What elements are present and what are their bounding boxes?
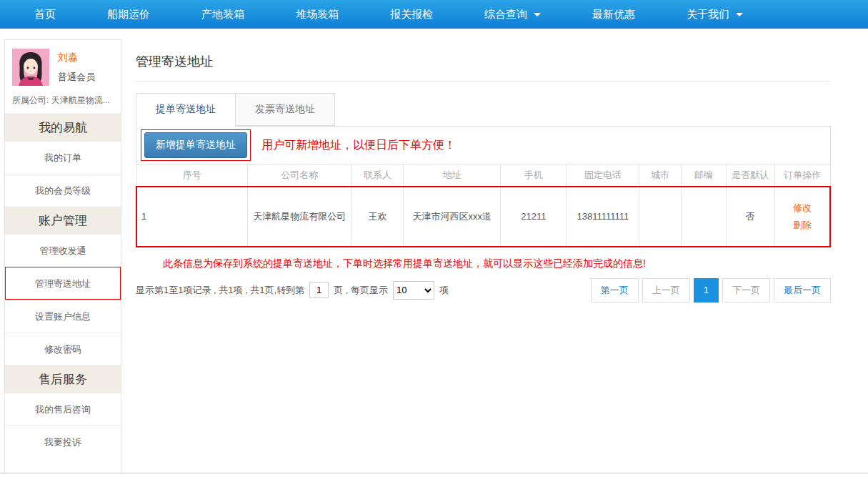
sidebar-item-after-sales-consult[interactable]: 我的售后咨询: [5, 393, 121, 426]
col-header-city: 城市: [639, 164, 681, 187]
sidebar: 刘淼 普通会员 所属公司: 天津航星物流... 我的易航 我的订单 我的会员等级…: [4, 39, 121, 473]
nav-item-label: 产地装箱: [201, 8, 244, 21]
pagination-info: 显示第1至1项记录 , 共1项 , 共1页,转到第 页 , 每页显示 10 项: [136, 281, 449, 300]
next-page-button[interactable]: 下一页: [722, 278, 770, 303]
edit-link[interactable]: 修改: [775, 200, 829, 217]
nav-item-label: 关于我们: [687, 8, 729, 21]
tab-bl-mailing-address[interactable]: 提单寄送地址: [136, 93, 236, 127]
col-header-address: 地址: [404, 164, 501, 187]
top-nav: 首页 船期运价 产地装箱 堆场装箱 报关报检 综合查询 最新优惠 关于我们: [0, 0, 868, 29]
table-row: 1 天津航星物流有限公司 王欢 天津市河西区xxx道 21211 1381111…: [136, 187, 830, 247]
nav-item-label: 船期运价: [107, 8, 150, 21]
sidebar-section-after-sales: 售后服务: [5, 365, 121, 393]
chevron-down-icon: [534, 13, 541, 16]
nav-item-query[interactable]: 综合查询: [459, 0, 567, 29]
nav-item-label: 堆场装箱: [296, 8, 339, 21]
sidebar-section-account: 账户管理: [5, 207, 121, 234]
sidebar-section-my-yihang: 我的易航: [5, 114, 121, 141]
pagination-info-suffix: 项: [439, 284, 449, 297]
sidebar-item-manage-mailing-address[interactable]: 管理寄送地址: [5, 267, 121, 300]
nav-item-label: 综合查询: [484, 8, 527, 21]
add-address-bar: 新增提单寄送地址 用户可新增地址，以便日后下单方便！: [136, 126, 831, 164]
sidebar-item-change-password[interactable]: 修改密码: [5, 333, 121, 365]
nav-item-offers[interactable]: 最新优惠: [567, 0, 661, 29]
col-header-mobile: 手机: [501, 164, 567, 187]
sidebar-item-member-level[interactable]: 我的会员等级: [5, 174, 121, 207]
add-button-highlight-box: 新增提单寄送地址: [141, 129, 251, 161]
nav-item-yard-packing[interactable]: 堆场装箱: [270, 0, 364, 29]
add-bl-address-button[interactable]: 新增提单寄送地址: [144, 132, 247, 158]
prev-page-button[interactable]: 上一页: [642, 278, 690, 303]
content-wrapper: 刘淼 普通会员 所属公司: 天津航星物流... 我的易航 我的订单 我的会员等级…: [0, 39, 868, 473]
col-header-actions: 订单操作: [774, 164, 830, 187]
main-content: 管理寄送地址 提单寄送地址 发票寄送地址 新增提单寄送地址 用户可新增地址，以便…: [121, 39, 868, 473]
cell-actions: 修改 删除: [774, 187, 830, 247]
pagination-info-prefix: 显示第1至1项记录 , 共1项 , 共1页,转到第: [136, 284, 304, 297]
profile-name: 刘淼: [58, 51, 95, 64]
cell-address: 天津市河西区xxx道: [404, 187, 501, 247]
cell-company: 天津航星物流有限公司: [247, 187, 351, 247]
last-page-button[interactable]: 最后一页: [774, 278, 831, 303]
nav-item-label: 首页: [34, 8, 56, 21]
col-header-phone: 固定电话: [567, 164, 639, 187]
col-header-company: 公司名称: [247, 164, 351, 187]
cell-is-default: 否: [726, 187, 774, 247]
profile-company: 所属公司: 天津航星物流...: [12, 94, 114, 107]
nav-item-origin-packing[interactable]: 产地装箱: [176, 0, 270, 29]
col-header-default: 是否默认: [726, 164, 774, 187]
cell-phone: 13811111111: [567, 187, 639, 247]
avatar: [12, 49, 49, 86]
tab-bar: 提单寄送地址 发票寄送地址: [136, 93, 831, 126]
sidebar-item-manage-shipto[interactable]: 管理收发通: [5, 234, 121, 267]
sidebar-item-complaint[interactable]: 我要投诉: [5, 426, 121, 458]
delete-link[interactable]: 删除: [775, 217, 829, 234]
col-header-zip: 邮编: [681, 164, 726, 187]
pagination-buttons: 第一页 上一页 1 下一页 最后一页: [591, 278, 831, 303]
nav-item-schedule-rates[interactable]: 船期运价: [81, 0, 176, 29]
first-page-button[interactable]: 第一页: [591, 278, 639, 303]
goto-page-input[interactable]: [309, 282, 329, 298]
sidebar-item-my-orders[interactable]: 我的订单: [5, 141, 121, 174]
add-address-hint: 用户可新增地址，以便日后下单方便！: [261, 138, 456, 153]
cell-mobile: 21211: [501, 187, 567, 247]
saved-address-note: 此条信息为保存到系统的提单寄送地址，下单时选择常用提单寄送地址，就可以显示这些已…: [163, 257, 831, 270]
sidebar-item-account-info[interactable]: 设置账户信息: [5, 300, 121, 333]
tab-invoice-mailing-address[interactable]: 发票寄送地址: [235, 93, 335, 126]
pagination-info-mid: 页 , 每页显示: [334, 284, 388, 297]
cell-no: 1: [136, 187, 247, 247]
nav-item-label: 报关报检: [390, 8, 433, 21]
cell-city: [639, 187, 681, 247]
page-title: 管理寄送地址: [136, 39, 831, 82]
per-page-select[interactable]: 10: [393, 281, 434, 300]
current-page-button[interactable]: 1: [694, 278, 719, 303]
profile-member-level: 普通会员: [58, 71, 95, 84]
pagination-bar: 显示第1至1项记录 , 共1项 , 共1页,转到第 页 , 每页显示 10 项 …: [136, 278, 831, 303]
nav-item-label: 最新优惠: [592, 8, 635, 21]
profile-card: 刘淼 普通会员 所属公司: 天津航星物流...: [5, 40, 121, 114]
nav-item-home[interactable]: 首页: [9, 0, 81, 29]
cell-zip: [681, 187, 726, 247]
chevron-down-icon: [736, 13, 743, 16]
cell-contact: 王欢: [351, 187, 404, 247]
address-table: 序号 公司名称 联系人 地址 手机 固定电话 城市 邮编 是否默认 订单操作 1…: [136, 164, 831, 247]
table-header-row: 序号 公司名称 联系人 地址 手机 固定电话 城市 邮编 是否默认 订单操作: [136, 164, 830, 187]
col-header-contact: 联系人: [351, 164, 404, 187]
nav-item-about[interactable]: 关于我们: [661, 0, 769, 29]
nav-item-customs[interactable]: 报关报检: [364, 0, 459, 29]
col-header-no: 序号: [136, 164, 247, 187]
